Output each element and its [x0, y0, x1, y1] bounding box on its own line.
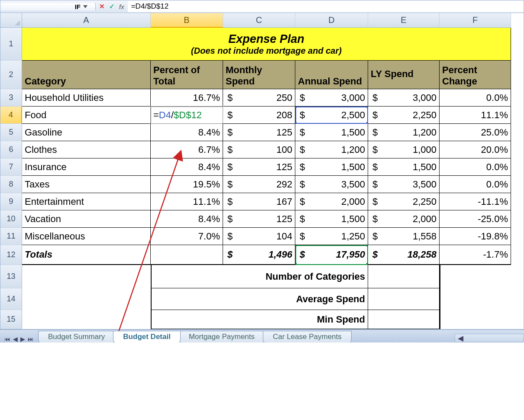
- enter-icon[interactable]: ✓: [109, 3, 115, 10]
- sheet-tab[interactable]: Car Lease Payments: [263, 331, 352, 342]
- row-header-7[interactable]: 7: [0, 158, 22, 176]
- cell[interactable]: [440, 310, 511, 329]
- cell-category[interactable]: Clothes: [22, 141, 151, 158]
- col-header-C[interactable]: C: [223, 13, 295, 28]
- cell[interactable]: [22, 265, 151, 288]
- cell-monthly[interactable]: $208: [223, 107, 295, 124]
- row-header-13[interactable]: 13: [0, 265, 22, 288]
- col-header-A[interactable]: A: [22, 13, 151, 28]
- cell-monthly[interactable]: $125: [223, 124, 295, 141]
- cell[interactable]: -1.7%: [440, 245, 511, 265]
- cell-annual[interactable]: $3,000: [295, 89, 368, 107]
- cell-percent[interactable]: 8.4%: [151, 124, 223, 141]
- cell-category[interactable]: Entertainment: [22, 193, 151, 210]
- cell-ly[interactable]: $3,500: [368, 176, 440, 193]
- cell-change[interactable]: 0.0%: [440, 89, 511, 107]
- col-header-D[interactable]: D: [295, 13, 368, 28]
- cell[interactable]: [151, 245, 223, 265]
- cell-ly[interactable]: $1,500: [368, 158, 440, 176]
- formula-input[interactable]: =D4/$D$12: [128, 1, 524, 12]
- row-header-12[interactable]: 12: [0, 245, 22, 265]
- summary-label[interactable]: Average Spend: [151, 288, 368, 310]
- cell-ly[interactable]: $1,558: [368, 228, 440, 245]
- cell-annual[interactable]: $3,500: [295, 176, 368, 193]
- title-cell[interactable]: Expense Plan(Does not include mortgage a…: [22, 28, 511, 61]
- cell-ly[interactable]: $2,250: [368, 107, 440, 124]
- col-header-E[interactable]: E: [368, 13, 440, 28]
- grid-body[interactable]: Expense Plan(Does not include mortgage a…: [22, 28, 524, 329]
- cell-change[interactable]: 25.0%: [440, 124, 511, 141]
- cell-category[interactable]: Vacation: [22, 210, 151, 228]
- cell-ly[interactable]: $2,000: [368, 210, 440, 228]
- cell-percent[interactable]: 7.0%: [151, 228, 223, 245]
- summary-label[interactable]: Number of Categories: [151, 265, 368, 288]
- row-header-14[interactable]: 14: [0, 288, 22, 310]
- totals-label[interactable]: Totals: [22, 245, 151, 265]
- cell[interactable]: [368, 265, 440, 288]
- cell-percent[interactable]: 11.1%: [151, 193, 223, 210]
- cell-editing-formula[interactable]: =D4/$D$12: [151, 107, 223, 124]
- column-header-F[interactable]: Percent Change: [440, 61, 511, 89]
- cell-change[interactable]: 11.1%: [440, 107, 511, 124]
- cell-annual[interactable]: $1,250: [295, 228, 368, 245]
- cell-change[interactable]: -19.8%: [440, 228, 511, 245]
- column-header-A[interactable]: Category: [22, 61, 151, 89]
- tab-prev-icon[interactable]: ◀: [13, 336, 18, 342]
- sheet-tab[interactable]: Mortgage Payments: [179, 331, 265, 342]
- cell[interactable]: [22, 288, 151, 310]
- cell[interactable]: $18,258: [368, 245, 440, 265]
- cell-change[interactable]: -25.0%: [440, 210, 511, 228]
- cell-change[interactable]: 20.0%: [440, 141, 511, 158]
- row-header-8[interactable]: 8: [0, 176, 22, 193]
- cell-change[interactable]: 0.0%: [440, 158, 511, 176]
- cell-annual[interactable]: $2,500: [295, 107, 368, 124]
- row-header-9[interactable]: 9: [0, 193, 22, 210]
- column-header-B[interactable]: Percent of Total: [151, 61, 223, 89]
- tab-first-icon[interactable]: ⏮: [4, 336, 10, 342]
- cancel-icon[interactable]: ✕: [99, 3, 105, 10]
- cell-percent[interactable]: 6.7%: [151, 141, 223, 158]
- cell-monthly[interactable]: $125: [223, 210, 295, 228]
- cell-annual[interactable]: $2,000: [295, 193, 368, 210]
- column-header-C[interactable]: Monthly Spend: [223, 61, 295, 89]
- cell-annual[interactable]: $1,500: [295, 158, 368, 176]
- cell[interactable]: $1,496: [223, 245, 295, 265]
- fx-icon[interactable]: fx: [119, 3, 124, 10]
- col-header-F[interactable]: F: [440, 13, 511, 28]
- cell[interactable]: $17,950: [295, 245, 368, 265]
- name-box[interactable]: IF: [0, 3, 96, 10]
- cell-percent[interactable]: 19.5%: [151, 176, 223, 193]
- sheet-tab[interactable]: Budget Summary: [38, 331, 115, 342]
- cell-ly[interactable]: $1,200: [368, 124, 440, 141]
- cell-monthly[interactable]: $292: [223, 176, 295, 193]
- select-all-corner[interactable]: [0, 13, 22, 28]
- row-header-5[interactable]: 5: [0, 124, 22, 141]
- cell-monthly[interactable]: $250: [223, 89, 295, 107]
- cell-annual[interactable]: $1,200: [295, 141, 368, 158]
- cell-category[interactable]: Miscellaneous: [22, 228, 151, 245]
- row-header-1[interactable]: 1: [0, 28, 22, 61]
- cell-ly[interactable]: $1,000: [368, 141, 440, 158]
- cell-category[interactable]: Gasoline: [22, 124, 151, 141]
- cell[interactable]: [440, 288, 511, 310]
- cell-annual[interactable]: $1,500: [295, 210, 368, 228]
- cell-category[interactable]: Household Utilities: [22, 89, 151, 107]
- row-header-6[interactable]: 6: [0, 141, 22, 158]
- cell-change[interactable]: 0.0%: [440, 176, 511, 193]
- cell-monthly[interactable]: $167: [223, 193, 295, 210]
- cell-monthly[interactable]: $125: [223, 158, 295, 176]
- cell[interactable]: [368, 310, 440, 329]
- row-header-4[interactable]: 4: [0, 107, 22, 124]
- row-header-3[interactable]: 3: [0, 89, 22, 107]
- tab-last-icon[interactable]: ⏭: [28, 336, 34, 342]
- cell-ly[interactable]: $3,000: [368, 89, 440, 107]
- dropdown-icon[interactable]: [83, 5, 87, 8]
- cell-annual[interactable]: $1,500: [295, 124, 368, 141]
- cell-percent[interactable]: 8.4%: [151, 158, 223, 176]
- row-header-2[interactable]: 2: [0, 61, 22, 89]
- col-header-B[interactable]: B: [151, 13, 223, 28]
- row-header-15[interactable]: 15: [0, 310, 22, 329]
- cell-change[interactable]: -11.1%: [440, 193, 511, 210]
- sheet-tab[interactable]: Budget Detail: [113, 331, 181, 342]
- row-header-11[interactable]: 11: [0, 228, 22, 245]
